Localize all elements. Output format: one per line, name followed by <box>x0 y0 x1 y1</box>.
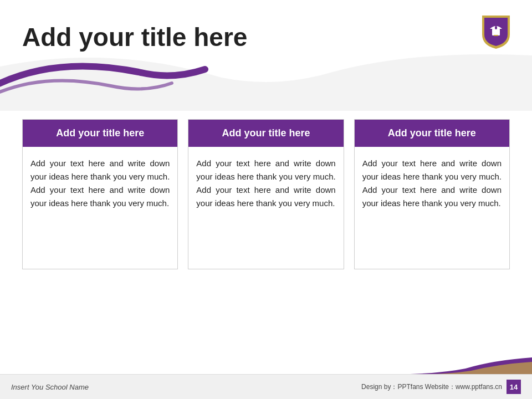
school-logo-icon <box>477 11 515 50</box>
card-3-body: Add your text here and write down your i… <box>355 147 509 269</box>
design-credit: Design by：PPTfans Website：www.pptfans.cn <box>361 382 502 392</box>
top-decoration <box>0 0 532 111</box>
card-1: Add your title here Add your text here a… <box>22 119 178 269</box>
svg-rect-1 <box>495 26 497 29</box>
slide: Add your title here Add your title here … <box>0 0 532 399</box>
card-2-body: Add your text here and write down your i… <box>188 147 343 269</box>
page-number: 14 <box>507 380 521 394</box>
bottom-decoration <box>410 357 532 374</box>
card-3-header: Add your title here <box>355 120 509 147</box>
svg-rect-2 <box>494 35 498 36</box>
card-2-header: Add your title here <box>188 120 343 147</box>
bottom-bar: Insert You School Name Design by：PPTfans… <box>0 374 532 399</box>
logo-area <box>477 11 515 50</box>
cards-container: Add your title here Add your text here a… <box>22 119 510 269</box>
svg-rect-0 <box>492 29 500 35</box>
bottom-right: Design by：PPTfans Website：www.pptfans.cn… <box>361 380 521 394</box>
card-1-body: Add your text here and write down your i… <box>23 147 177 269</box>
card-3: Add your title here Add your text here a… <box>354 119 510 269</box>
school-name: Insert You School Name <box>11 383 89 391</box>
main-title: Add your title here <box>22 22 247 52</box>
card-1-header: Add your title here <box>23 120 177 147</box>
card-2: Add your title here Add your text here a… <box>188 119 344 269</box>
